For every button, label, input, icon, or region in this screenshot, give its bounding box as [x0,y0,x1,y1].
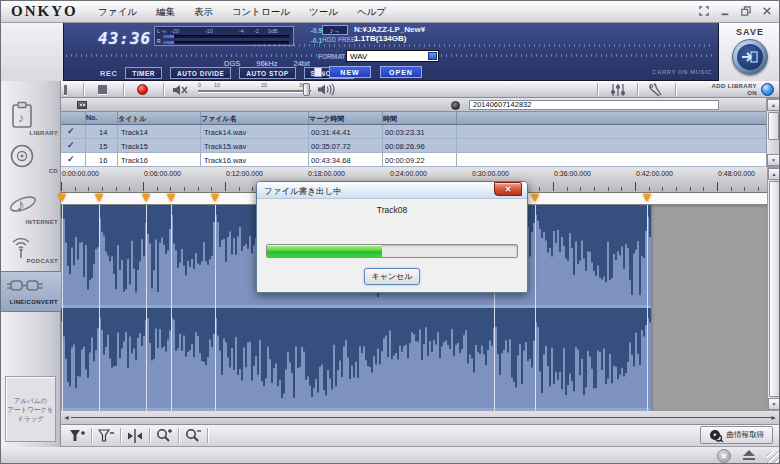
rec-option-timer[interactable]: TIMER [125,67,162,79]
exporting-track-name: Track08 [257,205,527,215]
track-boundary-line [99,205,100,411]
cancel-button[interactable]: キャンセル [364,268,420,285]
track-marker[interactable] [643,194,651,202]
record-name-field[interactable]: 20140607142832 [469,100,719,110]
timeline-label: 0:42:00.000 [636,170,673,177]
row-checkbox[interactable]: ✓ [67,154,75,164]
zoom-in-icon[interactable] [152,427,176,444]
disc-icon [7,143,37,173]
rec-option-auto-divide[interactable]: AUTO DIVIDE [170,67,231,79]
sidebar-item-label: LINE/CONVERT [10,299,58,305]
table-row-track14[interactable]: ✓14Track14Track14.wav00:31:44.4100:03:23… [61,125,766,139]
track-marker[interactable] [531,194,539,202]
timeline-label: 0:36:00.000 [554,170,591,177]
scroll-left-icon[interactable]: ◄ [63,414,70,422]
stop-button[interactable] [87,82,117,97]
tools-icon[interactable] [643,82,669,97]
sidebar: ♪LIBRARYCD♪INTERNETPODCASTLINE/CONVERT ア… [1,81,61,447]
mixer-icon[interactable] [605,82,631,97]
splitter-handle[interactable] [77,101,87,109]
menu-item-4[interactable]: ツール [307,4,340,21]
track-marker[interactable] [211,194,219,202]
export-progress-bar [266,244,518,258]
close-icon[interactable] [761,5,773,16]
volume-scale-label: 10 [214,82,220,88]
meter-scale-label: 0dB [268,28,278,34]
add-marker-icon[interactable] [65,427,89,444]
track-marker[interactable] [142,194,150,202]
mute-icon[interactable] [169,82,191,97]
sidebar-item-cd[interactable]: CD [1,143,61,182]
statusbar: ✕ [1,447,780,464]
column-header-1: タイトル [118,114,147,124]
add-library-indicator[interactable] [761,83,774,96]
row-checkbox[interactable]: ✓ [67,140,75,150]
meter-scale-label: -10 [205,28,213,34]
menu-item-2[interactable]: 表示 [192,4,215,21]
new-button[interactable]: NEW [329,66,371,78]
table-row-track16[interactable]: ✓16Track16Track16.wav00:43:34.6800:00:09… [61,153,766,167]
rec-option-auto-stop[interactable]: AUTO STOP [239,67,295,79]
add-library-label[interactable]: ADD LIBRARY ON [711,83,757,96]
menu-item-5[interactable]: ヘルプ [355,4,388,21]
open-button[interactable]: OPEN [380,66,422,78]
expand-icon[interactable] [698,5,710,16]
sidebar-item-line-convert[interactable]: LINE/CONVERT [1,271,61,312]
save-button[interactable] [732,39,768,75]
table-row-track15[interactable]: ✓15Track15Track15.wav00:35:07.7200:08:26… [61,139,766,153]
format-select[interactable]: WAV [346,50,439,62]
timeline-label: 0:12:00.000 [226,170,263,177]
volume-slider-track[interactable] [198,90,311,92]
cell-file: Track14.wav [204,128,246,137]
menu-item-3[interactable]: コントロール [230,4,292,21]
record-destination-icon[interactable]: ♪→ [322,25,348,35]
volume-scale-label: 20 [261,82,267,88]
track-marker[interactable] [167,194,175,202]
cell-file: Track15.wav [204,142,246,151]
waveform-vertical-scrollbar[interactable]: ▲ ▼ [767,167,780,411]
timeline-label: 0:18:00.000 [308,170,345,177]
format-dropdown-icon[interactable] [428,52,437,60]
disc-eject-disabled-icon[interactable]: ✕ [717,449,731,463]
menu-item-0[interactable]: ファイル [96,4,139,21]
resize-grip[interactable] [767,451,779,463]
record-button[interactable] [127,82,157,97]
track-marker[interactable] [95,194,103,202]
cell-mark-time: 00:35:07.72 [311,142,351,151]
restore-icon[interactable] [740,5,752,16]
window-controls [698,5,773,16]
waveform-horizontal-scrollbar[interactable]: ◄ ► [61,411,780,425]
split-track-icon[interactable] [123,427,147,444]
get-song-info-button[interactable]: 曲情報取得 [700,426,774,444]
rec-label: REC [100,69,117,78]
meter-scale-label: -20 [171,28,179,34]
track-boundary-line [62,205,63,411]
track-marker[interactable] [58,194,66,202]
sidebar-item-internet[interactable]: ♪INTERNET [1,189,61,233]
sidebar-item-library[interactable]: ♪LIBRARY [1,101,61,144]
titlebar: ONKYO ファイル編集表示コントロールツールヘルプ [1,1,780,23]
table-scrollbar[interactable]: ▲ ▼ [766,98,780,167]
dialog-close-icon[interactable]: ✕ [494,182,522,196]
menu-item-1[interactable]: 編集 [154,4,177,21]
row-checkbox[interactable]: ✓ [67,126,75,136]
volume-slider-handle[interactable] [303,83,310,96]
sidebar-item-podcast[interactable]: PODCAST [1,232,61,272]
zoom-out-icon[interactable] [181,427,205,444]
top-panel: 43:36 L R -∞-20-10-4-20dB -0.9 -0.1 DGS … [1,23,780,81]
timeline-label: 0:00:00.000 [62,170,99,177]
scroll-right-icon[interactable]: ► [770,414,777,422]
format-label: FORMAT [318,53,345,60]
export-dialog: ファイル書き出し中 ✕ Track08 キャンセル [256,181,528,293]
export-dialog-titlebar[interactable]: ファイル書き出し中 [257,182,527,199]
album-art-dropzone[interactable]: アルバムの アートワークを ドラッグ [5,376,56,442]
minimize-icon[interactable] [719,5,731,16]
app-logo: ONKYO [11,3,78,20]
remove-marker-icon[interactable] [94,427,118,444]
channel-divider [61,305,651,308]
eject-icon[interactable] [742,450,756,461]
unrecorded-area [651,205,767,411]
cell-title: Track15 [121,142,148,151]
column-header-2: ファイル名 [201,114,237,124]
clipboard-note-icon: ♪ [7,101,37,133]
